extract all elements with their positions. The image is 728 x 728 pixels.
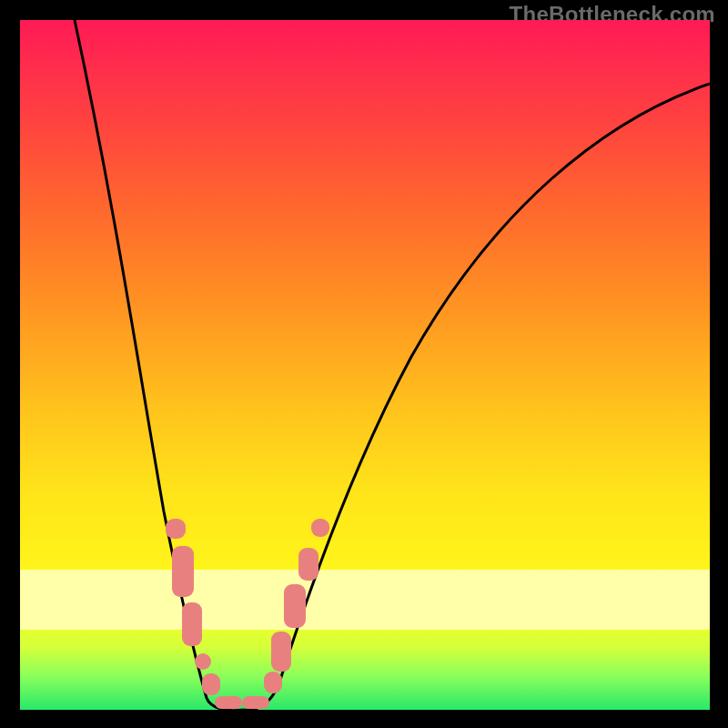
- marker-0: [166, 519, 186, 539]
- marker-7: [264, 672, 282, 693]
- bottleneck-curve: [20, 20, 710, 710]
- marker-1: [172, 546, 194, 597]
- marker-4: [202, 673, 220, 695]
- curve-right-branch: [243, 84, 710, 710]
- chart-frame: [20, 20, 710, 710]
- marker-3: [195, 653, 211, 670]
- marker-6: [242, 696, 269, 709]
- marker-9: [284, 584, 306, 628]
- marker-11: [311, 519, 329, 537]
- marker-5: [215, 696, 242, 709]
- marker-10: [298, 548, 318, 581]
- marker-8: [271, 632, 291, 672]
- curve-left-branch: [75, 20, 243, 710]
- marker-2: [182, 602, 202, 646]
